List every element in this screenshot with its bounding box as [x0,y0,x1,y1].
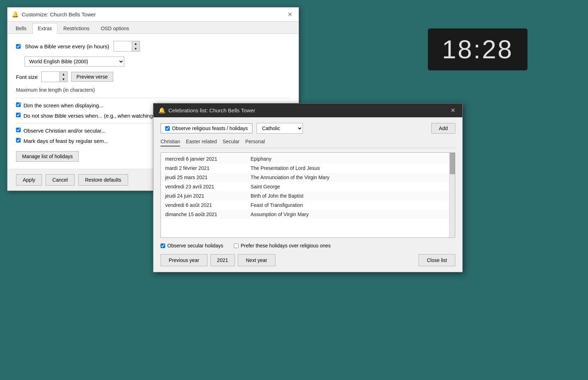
bible-hours-spinner[interactable]: 1 ▲ ▼ [114,41,140,52]
holiday-name: Saint George [251,184,280,189]
religion-dropdown[interactable]: Catholic Orthodox Protestant [257,123,303,134]
next-year-button[interactable]: Next year [238,254,275,266]
prefer-over-label: Prefer these holidays over religious one… [234,243,331,248]
celebrations-tabs: Christian Easter related Secular Persona… [161,139,455,148]
tab-extras[interactable]: Extras [32,23,57,34]
celeb-tab-christian[interactable]: Christian [161,139,180,146]
customize-tabs-bar: Bells Extras Restrictions OSD options [7,22,299,34]
customize-title: 🔔 Customize: Church Bells Tower [12,11,96,18]
preview-verse-button[interactable]: Preview verse [71,72,113,82]
add-button[interactable]: Add [431,123,455,134]
dim-screen-label: Dim the screen when displaying... [23,102,103,108]
holiday-date: mardi 2 février 2021 [165,165,251,171]
spinner-arrows: ▲ ▼ [132,41,140,51]
customize-title-text: Customize: Church Bells Tower [22,11,96,17]
clock-time: 18:28 [442,35,513,64]
list-item: mercredi 6 janvier 2021Epiphany [161,154,455,164]
mark-days-checkbox[interactable] [16,138,21,143]
celebrations-content: Observe religious feasts / holidays Cath… [153,117,462,272]
list-item: vendredi 6 août 2021Feast of Transfigura… [161,200,455,210]
font-size-label: Font size [16,74,38,80]
celebrations-close-button[interactable]: ✕ [448,106,457,114]
list-item: dimanche 15 août 2021Assumption of Virgi… [161,210,455,219]
spinner-up[interactable]: ▲ [132,41,140,46]
tab-restrictions[interactable]: Restrictions [58,23,95,33]
font-size-spinner[interactable]: 25 ▲ ▼ [41,71,68,82]
bell-icon: 🔔 [12,11,19,18]
tab-osd-options[interactable]: OSD options [95,23,134,33]
spinner-down[interactable]: ▼ [132,46,140,51]
observe-feasts-checkbox[interactable] [165,126,170,131]
max-line-label: Maximum line length (in characters) [16,87,95,93]
holiday-list-container: mercredi 6 janvier 2021Epiphanymardi 2 f… [161,152,455,238]
celebrations-window: 🔔 Celebrations list: Church Bells Tower … [153,103,463,272]
apply-button[interactable]: Apply [16,174,42,186]
celebrations-title: 🔔 Celebrations list: Church Bells Tower [158,107,255,114]
observe-christian-label: Observe Christian and/or secular... [23,128,106,134]
observe-label-box: Observe religious feasts / holidays [161,123,252,133]
scrollbar-track [449,153,455,237]
celeb-bell-icon: 🔔 [158,107,166,114]
footer-row: Previous year 2021 Next year Close list [161,254,455,266]
list-item: jeudi 24 juin 2021Birth of John the Bapt… [161,191,455,200]
font-spinner-down[interactable]: ▼ [59,77,67,82]
close-list-button[interactable]: Close list [419,254,455,266]
observe-row: Observe religious feasts / holidays Cath… [161,123,455,134]
bible-hours-input[interactable]: 1 [114,41,132,51]
cancel-button[interactable]: Cancel [46,174,75,186]
list-item: mardi 2 février 2021The Presentation of … [161,164,455,173]
bible-verse-checkbox[interactable] [16,44,21,49]
holiday-date: dimanche 15 août 2021 [165,212,251,217]
font-size-input[interactable]: 25 [42,72,59,82]
holiday-name: Birth of John the Baptist [251,193,304,199]
celeb-tab-secular[interactable]: Secular [222,139,239,146]
holiday-name: Feast of Transfiguration [251,202,303,208]
celebrations-titlebar: 🔔 Celebrations list: Church Bells Tower … [153,103,462,117]
holiday-date: jeudi 24 juin 2021 [165,193,251,199]
holiday-list: mercredi 6 janvier 2021Epiphanymardi 2 f… [161,153,455,220]
clock-widget: 18:28 [428,28,527,70]
holiday-name: Assumption of Virgin Mary [251,212,309,217]
font-spinner-up[interactable]: ▲ [59,72,67,77]
customize-close-button[interactable]: ✕ [285,10,294,18]
dim-screen-checkbox[interactable] [16,102,21,107]
previous-year-button[interactable]: Previous year [161,254,208,266]
holiday-date: jeudi 25 mars 2021 [165,175,251,180]
holiday-name: The Annunciation of the Virgin Mary [251,175,330,180]
current-year-display: 2021 [210,254,235,266]
holiday-name: The Presentation of Lord Jesus [251,165,320,171]
celebrations-title-text: Celebrations list: Church Bells Tower [168,107,255,113]
observe-feasts-label: Observe religious feasts / holidays [172,125,248,131]
observe-christian-checkbox[interactable] [16,128,21,132]
mark-days-label: Mark days of feast by regular sem... [23,138,108,144]
observe-secular-checkbox[interactable] [161,243,165,248]
prefer-over-text: Prefer these holidays over religious one… [241,243,331,248]
customize-titlebar: 🔔 Customize: Church Bells Tower ✕ [7,7,299,22]
no-bible-checkbox[interactable] [16,113,21,117]
restore-defaults-button[interactable]: Restore defaults [78,174,128,186]
manage-holidays-button[interactable]: Manage list of holidays [16,151,79,162]
bible-version-dropdown[interactable]: World English Bible (2000) King James Ve… [25,57,124,66]
max-line-length-row: Maximum line length (in characters) [16,87,290,93]
scrollbar-thumb[interactable] [450,153,455,174]
bible-verse-row: Show a Bible verse every (in hours) 1 ▲ … [16,41,290,52]
holiday-date: mercredi 6 janvier 2021 [165,156,251,162]
prefer-over-checkbox[interactable] [234,243,238,248]
font-size-row: Font size 25 ▲ ▼ Preview verse [16,71,290,82]
list-item: jeudi 25 mars 2021The Annunciation of th… [161,173,455,182]
bible-verse-label: Show a Bible verse every (in hours) [25,43,109,49]
holiday-date: vendredi 6 août 2021 [165,202,251,208]
holiday-name: Epiphany [251,156,271,162]
secular-row: Observe secular holidays Prefer these ho… [161,243,455,248]
holiday-date: vendredi 23 avril 2021 [165,184,251,189]
observe-secular-label: Observe secular holidays [161,243,223,248]
observe-secular-text: Observe secular holidays [167,243,223,248]
celeb-tab-personal[interactable]: Personal [245,139,265,146]
tab-bells[interactable]: Bells [10,23,32,33]
list-item: vendredi 23 avril 2021Saint George [161,182,455,191]
celeb-tab-easter[interactable]: Easter related [186,139,217,146]
font-spinner-arrows: ▲ ▼ [59,72,67,82]
